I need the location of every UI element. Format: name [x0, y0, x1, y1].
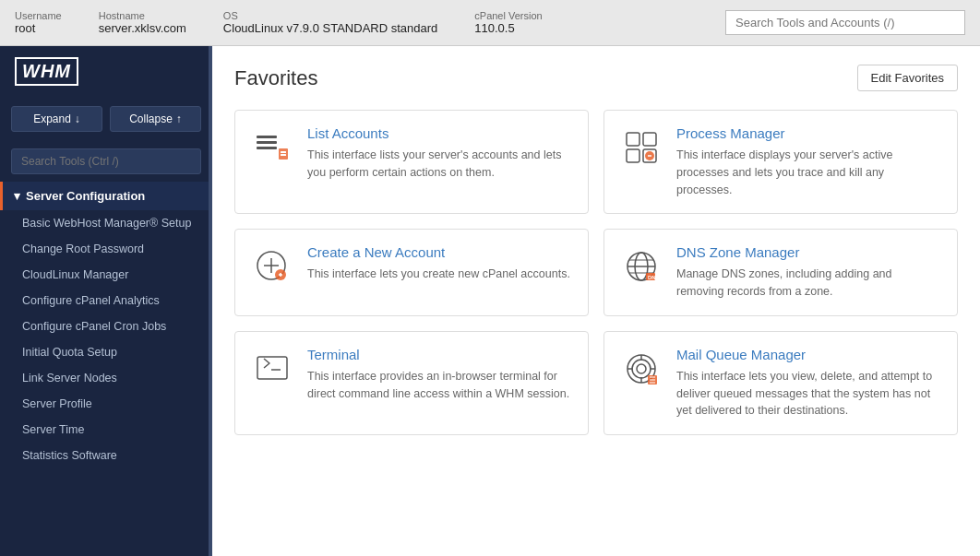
sidebar-resize-handle[interactable] [209, 46, 212, 556]
fav-title-create-account[interactable]: Create a New Account [307, 244, 570, 260]
fav-card-create-account[interactable]: Create a New Account This interface lets… [234, 229, 589, 316]
fav-title-terminal[interactable]: Terminal [307, 347, 573, 362]
fav-title-dns-zone[interactable]: DNS Zone Manager [676, 244, 942, 260]
sidebar-item-change-root-password[interactable]: Change Root Password [0, 236, 212, 262]
sidebar-item-statistics-software[interactable]: Statistics Software [0, 443, 212, 468]
fav-text-process-manager: Process Manager This interface displays … [676, 125, 942, 198]
os-value: CloudLinux v7.9.0 STANDARD standard [223, 21, 437, 35]
sidebar-item-initial-quota-setup[interactable]: Initial Quota Setup [0, 339, 212, 365]
process-manager-icon [619, 125, 663, 170]
sidebar-item-link-server-nodes[interactable]: Link Server Nodes [0, 365, 212, 391]
svg-point-29 [637, 364, 646, 373]
svg-text:DNS: DNS [648, 275, 660, 280]
expand-icon: ↓ [75, 112, 80, 125]
fav-title-list-accounts[interactable]: List Accounts [307, 125, 573, 141]
fav-card-list-accounts[interactable]: List Accounts This interface lists your … [234, 110, 589, 214]
fav-card-dns-zone[interactable]: DNS DNS Zone Manager Manage DNS zones, i… [604, 229, 958, 316]
sidebar-search-input[interactable] [11, 148, 201, 174]
os-info: OS CloudLinux v7.9.0 STANDARD standard [223, 10, 437, 35]
favorites-grid: List Accounts This interface lists your … [234, 110, 958, 435]
cpanel-value: 110.0.5 [474, 21, 514, 35]
svg-rect-8 [627, 149, 639, 162]
username-info: Username root [15, 10, 62, 35]
svg-point-28 [632, 360, 651, 378]
fav-card-mail-queue[interactable]: Mail Queue Manager This interface lets y… [604, 331, 958, 435]
page-title: Favorites [234, 66, 317, 90]
fav-desc-terminal: This interface provides an in-browser te… [307, 368, 573, 403]
svg-rect-4 [281, 151, 286, 153]
create-account-icon [250, 244, 294, 289]
sidebar-item-cloudlinux-manager[interactable]: CloudLinux Manager [0, 262, 212, 288]
list-accounts-icon [250, 125, 294, 170]
fav-text-list-accounts: List Accounts This interface lists your … [307, 125, 573, 182]
sidebar-item-basic-webhost-manager--setup[interactable]: Basic WebHost Manager® Setup [0, 210, 212, 236]
fav-text-mail-queue: Mail Queue Manager This interface lets y… [676, 347, 942, 420]
cpanel-label: cPanel Version [474, 10, 542, 21]
fav-title-mail-queue[interactable]: Mail Queue Manager [676, 347, 942, 362]
fav-text-create-account: Create a New Account This interface lets… [307, 244, 570, 283]
fav-desc-create-account: This interface lets you create new cPane… [307, 266, 570, 283]
svg-rect-7 [643, 133, 656, 146]
sidebar-section-server-config[interactable]: ▾ Server Configuration [0, 182, 212, 210]
top-search-input[interactable] [725, 10, 965, 35]
whm-logo: WHM [15, 57, 78, 86]
username-value: root [15, 21, 35, 35]
dns-zone-icon: DNS [619, 244, 663, 289]
sidebar-menu: Basic WebHost Manager® SetupChange Root … [0, 210, 212, 468]
sidebar-buttons: Expand ↓ Collapse ↑ [0, 97, 212, 141]
username-label: Username [15, 10, 62, 21]
edit-favorites-button[interactable]: Edit Favorites [857, 65, 958, 91]
fav-desc-list-accounts: This interface lists your server's accou… [307, 147, 573, 182]
sidebar: WHM Expand ↓ Collapse ↑ ▾ Server Configu… [0, 46, 212, 556]
svg-rect-5 [281, 154, 286, 156]
expand-label: Expand [33, 112, 71, 125]
svg-rect-6 [627, 133, 639, 146]
collapse-label: Collapse [129, 112, 173, 125]
chevron-down-icon: ▾ [14, 189, 20, 203]
fav-text-terminal: Terminal This interface provides an in-b… [307, 347, 573, 403]
hostname-label: Hostname [99, 10, 186, 21]
svg-rect-0 [257, 136, 277, 138]
hostname-value: server.xklsv.com [99, 21, 186, 35]
favorites-header: Favorites Edit Favorites [234, 65, 958, 91]
svg-rect-1 [257, 141, 277, 144]
mail-queue-icon [619, 347, 663, 391]
cpanel-info: cPanel Version 110.0.5 [474, 10, 542, 35]
svg-rect-25 [257, 357, 287, 379]
fav-desc-process-manager: This interface displays your server's ac… [676, 147, 942, 198]
terminal-icon [250, 347, 294, 391]
sidebar-section-label: Server Configuration [26, 189, 145, 203]
main-layout: WHM Expand ↓ Collapse ↑ ▾ Server Configu… [0, 46, 980, 556]
sidebar-search-container [0, 141, 212, 182]
top-bar: Username root Hostname server.xklsv.com … [0, 0, 980, 46]
fav-desc-dns-zone: Manage DNS zones, including adding and r… [676, 266, 942, 301]
fav-card-process-manager[interactable]: Process Manager This interface displays … [604, 110, 958, 214]
fav-desc-mail-queue: This interface lets you view, delete, an… [676, 368, 942, 420]
expand-button[interactable]: Expand ↓ [11, 106, 102, 132]
sidebar-item-configure-cpanel-analytics[interactable]: Configure cPanel Analytics [0, 288, 212, 313]
sidebar-logo: WHM [0, 46, 212, 97]
fav-text-dns-zone: DNS Zone Manager Manage DNS zones, inclu… [676, 244, 942, 301]
svg-rect-2 [257, 147, 277, 149]
fav-card-terminal[interactable]: Terminal This interface provides an in-b… [234, 331, 589, 435]
collapse-icon: ↑ [176, 112, 182, 125]
top-search-container [725, 10, 965, 35]
hostname-info: Hostname server.xklsv.com [99, 10, 186, 35]
sidebar-item-server-profile[interactable]: Server Profile [0, 391, 212, 417]
sidebar-item-server-time[interactable]: Server Time [0, 417, 212, 443]
fav-title-process-manager[interactable]: Process Manager [676, 125, 942, 141]
main-content: Favorites Edit Favorites List Accounts T… [212, 46, 980, 556]
os-label: OS [223, 10, 437, 21]
top-bar-info: Username root Hostname server.xklsv.com … [15, 10, 543, 35]
sidebar-item-configure-cpanel-cron-jobs[interactable]: Configure cPanel Cron Jobs [0, 313, 212, 339]
collapse-button[interactable]: Collapse ↑ [110, 106, 201, 132]
